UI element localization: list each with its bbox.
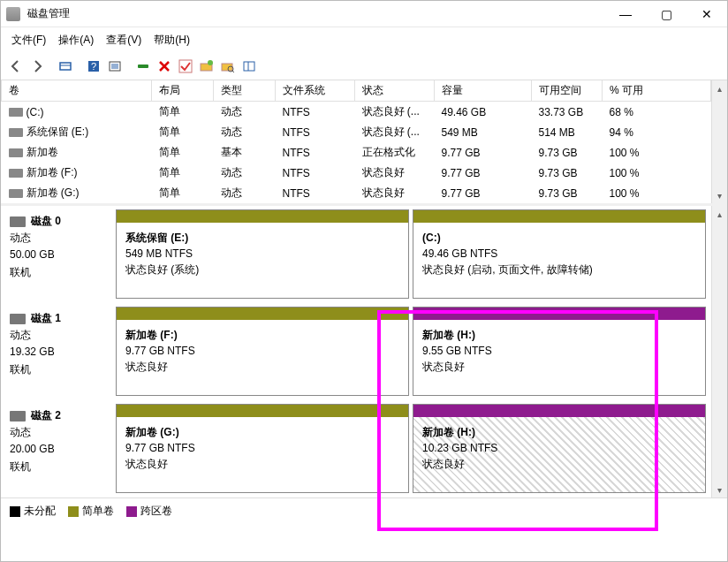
drive-icon: [9, 148, 23, 157]
partition[interactable]: 新加卷 (G:)9.77 GB NTFS状态良好: [116, 404, 409, 493]
volume-row[interactable]: 新加卷 (G:)简单动态NTFS状态良好9.77 GB9.73 GB100 %: [2, 183, 711, 203]
menu-bar: 文件(F) 操作(A) 查看(V) 帮助(H): [1, 27, 727, 55]
partition[interactable]: 新加卷 (H:)10.23 GB NTFS状态良好: [413, 404, 706, 493]
col-layout[interactable]: 布局: [152, 80, 214, 102]
partition-body: (C:)49.46 GB NTFS状态良好 (启动, 页面文件, 故障转储): [413, 223, 705, 298]
partition-body: 新加卷 (H:)9.55 GB NTFS状态良好: [413, 320, 705, 395]
partition-color-bar: [117, 308, 408, 320]
scroll-down-icon[interactable]: ▾: [712, 482, 727, 497]
check-icon[interactable]: [176, 57, 195, 76]
col-status[interactable]: 状态: [355, 80, 435, 102]
scroll-up-icon[interactable]: ▴: [712, 206, 727, 222]
disk-icon: [10, 314, 26, 324]
forward-button[interactable]: [27, 57, 47, 76]
delete-icon[interactable]: [155, 57, 174, 76]
col-type[interactable]: 类型: [214, 80, 276, 102]
partition-title: 新加卷 (H:): [422, 327, 696, 343]
title-bar: 磁盘管理 — ▢ ✕: [1, 1, 727, 27]
menu-help[interactable]: 帮助(H): [150, 31, 193, 49]
disk-size: 19.32 GB: [10, 344, 107, 361]
menu-file[interactable]: 文件(F): [8, 31, 49, 49]
svg-line-14: [232, 71, 234, 72]
properties-button[interactable]: [105, 57, 125, 76]
partition-size: 9.55 GB NTFS: [422, 343, 696, 359]
list-view-icon[interactable]: [239, 57, 259, 76]
menu-action[interactable]: 操作(A): [55, 31, 97, 49]
partition-body: 新加卷 (G:)9.77 GB NTFS状态良好: [117, 417, 408, 492]
volume-table[interactable]: 卷 布局 类型 文件系统 状态 容量 可用空间 % 可用 (C:)简单动态NTF…: [1, 80, 711, 203]
volume-row[interactable]: 新加卷 (F:)简单动态NTFS状态良好9.77 GB9.73 GB100 %: [2, 163, 711, 183]
window-title: 磁盘管理: [26, 6, 605, 21]
col-fs[interactable]: 文件系统: [276, 80, 355, 102]
disk-state: 联机: [10, 361, 107, 378]
partition-title: (C:): [422, 230, 696, 246]
disk-state: 联机: [10, 264, 107, 281]
col-free[interactable]: 可用空间: [532, 80, 603, 102]
partition-status: 状态良好: [422, 456, 696, 472]
maximize-button[interactable]: ▢: [646, 1, 686, 27]
col-capacity[interactable]: 容量: [435, 80, 532, 102]
disk-size: 50.00 GB: [10, 247, 107, 263]
drive-icon: [9, 108, 23, 117]
partition-status: 状态良好: [125, 456, 399, 472]
disk-partitions: 系统保留 (E:)549 MB NTFS状态良好 (系统)(C:)49.46 G…: [116, 206, 711, 302]
disk-size: 20.00 GB: [10, 441, 107, 458]
partition-status: 状态良好: [125, 359, 399, 375]
disk-state: 联机: [10, 459, 107, 475]
search-icon[interactable]: [218, 57, 238, 76]
help-icon[interactable]: ?: [84, 57, 103, 76]
svg-rect-0: [60, 63, 71, 70]
col-volume[interactable]: 卷: [2, 80, 152, 102]
swatch-simple: [68, 506, 79, 517]
disk-map-pane: 磁盘 0动态50.00 GB联机系统保留 (E:)549 MB NTFS状态良好…: [1, 206, 727, 497]
svg-text:?: ?: [91, 61, 96, 72]
table-scrollbar[interactable]: ▴ ▾: [711, 80, 727, 203]
volume-row[interactable]: 新加卷简单基本NTFS正在格式化9.77 GB9.73 GB100 %: [2, 142, 711, 163]
show-hide-button[interactable]: [56, 57, 75, 76]
svg-rect-12: [222, 64, 232, 71]
window-controls: — ▢ ✕: [605, 1, 727, 27]
partition[interactable]: 新加卷 (F:)9.77 GB NTFS状态良好: [116, 307, 409, 396]
close-button[interactable]: ✕: [686, 1, 727, 27]
partition-status: 状态良好 (启动, 页面文件, 故障转储): [422, 262, 696, 277]
disk-type: 动态: [10, 230, 107, 247]
swatch-spanned: [126, 506, 137, 517]
disk-info: 磁盘 0动态50.00 GB联机: [1, 206, 116, 302]
col-pct-free[interactable]: % 可用: [603, 80, 711, 102]
refresh-icon[interactable]: [133, 57, 153, 76]
volume-row[interactable]: (C:)简单动态NTFS状态良好 (...49.46 GB33.73 GB68 …: [2, 102, 711, 123]
partition-title: 系统保留 (E:): [125, 230, 399, 246]
scroll-down-icon[interactable]: ▾: [712, 187, 727, 203]
partition-body: 新加卷 (F:)9.77 GB NTFS状态良好: [117, 320, 408, 395]
toolbar: ?: [1, 55, 727, 80]
back-button[interactable]: [6, 57, 26, 76]
swatch-unallocated: [10, 506, 20, 517]
legend-simple: 简单卷: [68, 504, 114, 519]
scroll-up-icon[interactable]: ▴: [712, 80, 727, 96]
partition[interactable]: 系统保留 (E:)549 MB NTFS状态良好 (系统): [116, 209, 409, 299]
drive-icon: [9, 169, 23, 178]
partition-size: 9.77 GB NTFS: [125, 440, 399, 456]
app-icon: [6, 7, 20, 21]
partition-size: 9.77 GB NTFS: [125, 343, 399, 359]
disk-icon: [10, 411, 26, 422]
volume-row[interactable]: 系统保留 (E:)简单动态NTFS状态良好 (...549 MB514 MB94…: [2, 122, 711, 142]
drive-icon: [9, 128, 23, 137]
partition-size: 549 MB NTFS: [125, 246, 399, 262]
disk-row: 磁盘 2动态20.00 GB联机新加卷 (G:)9.77 GB NTFS状态良好…: [1, 400, 711, 497]
partition-title: 新加卷 (H:): [422, 424, 696, 440]
disk-partitions: 新加卷 (F:)9.77 GB NTFS状态良好新加卷 (H:)9.55 GB …: [116, 303, 711, 399]
new-folder-icon[interactable]: [197, 57, 216, 76]
svg-point-11: [208, 60, 213, 65]
minimize-button[interactable]: —: [605, 1, 646, 27]
legend-spanned: 跨区卷: [126, 504, 172, 519]
partition-status: 状态良好 (系统): [125, 262, 399, 277]
partition[interactable]: (C:)49.46 GB NTFS状态良好 (启动, 页面文件, 故障转储): [413, 209, 706, 299]
svg-rect-8: [138, 65, 148, 68]
disk-name: 磁盘 2: [31, 409, 61, 422]
menu-view[interactable]: 查看(V): [102, 31, 145, 49]
disk-scrollbar[interactable]: ▴ ▾: [711, 206, 727, 497]
disk-info: 磁盘 2动态20.00 GB联机: [1, 400, 116, 497]
partition-color-bar: [413, 308, 705, 320]
partition[interactable]: 新加卷 (H:)9.55 GB NTFS状态良好: [413, 307, 706, 396]
